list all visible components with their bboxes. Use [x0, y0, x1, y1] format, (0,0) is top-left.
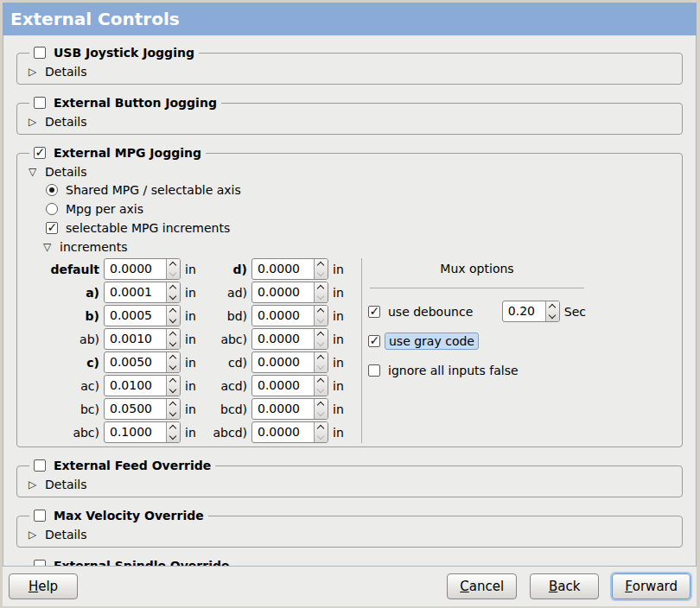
spin-buttons[interactable]: [166, 376, 180, 396]
increments-expander[interactable]: ▽ increments: [41, 238, 674, 256]
increment-spinbox[interactable]: 0.0500: [104, 398, 181, 420]
help-button[interactable]: Help: [9, 573, 78, 599]
increment-spinbox[interactable]: 0.0000: [251, 328, 328, 350]
spin-up-icon[interactable]: [315, 282, 328, 293]
back-button[interactable]: Back: [530, 573, 599, 599]
unit-label: in: [333, 263, 347, 276]
increments-label: increments: [60, 240, 127, 254]
maxvel-details-expander[interactable]: ▷ Details: [27, 525, 674, 543]
section-title: External Button Jogging: [54, 96, 217, 110]
spin-down-icon[interactable]: [315, 363, 328, 373]
increment-spinbox[interactable]: 0.0001: [104, 282, 181, 303]
cancel-button[interactable]: Cancel: [447, 573, 517, 599]
increment-spinbox[interactable]: 0.1000: [104, 421, 181, 443]
spin-down-icon[interactable]: [315, 316, 328, 326]
increment-spinbox[interactable]: 0.0100: [104, 375, 181, 396]
increment-spinbox[interactable]: 0.0000: [251, 352, 328, 373]
spin-up-icon[interactable]: [315, 422, 328, 433]
spin-buttons[interactable]: [166, 352, 180, 372]
spin-buttons[interactable]: [166, 282, 180, 302]
details-label: Details: [45, 115, 87, 129]
spin-down-icon[interactable]: [167, 363, 180, 373]
spin-up-icon[interactable]: [546, 301, 559, 312]
spin-up-icon[interactable]: [315, 329, 328, 339]
mpg-details-expander[interactable]: ▽ Details: [27, 162, 674, 180]
spindle-override-checkbox[interactable]: [34, 560, 46, 567]
spin-up-icon[interactable]: [167, 422, 180, 433]
spin-down-icon[interactable]: [315, 433, 328, 443]
spin-up-icon[interactable]: [167, 259, 180, 269]
increment-spinbox[interactable]: 0.0000: [251, 421, 328, 443]
external-mpg-checkbox[interactable]: [34, 147, 46, 159]
spin-down-icon[interactable]: [315, 269, 328, 280]
radio-button-selected[interactable]: [46, 184, 58, 196]
spin-down-icon[interactable]: [546, 312, 559, 322]
feed-override-checkbox[interactable]: [34, 459, 46, 472]
spin-buttons[interactable]: [166, 259, 180, 279]
spin-up-icon[interactable]: [167, 399, 180, 409]
spin-up-icon[interactable]: [315, 306, 328, 316]
spin-up-icon[interactable]: [167, 282, 180, 293]
spin-buttons[interactable]: [166, 329, 180, 349]
spin-buttons[interactable]: [314, 352, 328, 372]
spin-up-icon[interactable]: [167, 329, 180, 339]
increment-spinbox[interactable]: 0.0005: [104, 305, 181, 326]
spin-down-icon[interactable]: [315, 339, 328, 350]
usb-details-expander[interactable]: ▷ Details: [27, 62, 674, 80]
spin-down-icon[interactable]: [167, 269, 180, 280]
use-gray-code-checkbox[interactable]: [368, 335, 380, 347]
button-details-expander[interactable]: ▷ Details: [27, 112, 674, 130]
section-title: External Feed Override: [54, 459, 211, 472]
checkbox-label-focused[interactable]: use gray code: [385, 332, 479, 350]
spin-up-icon[interactable]: [315, 399, 328, 409]
increment-spinbox[interactable]: 0.0000: [104, 258, 181, 280]
radio-mpg-per-axis[interactable]: Mpg per axis: [46, 200, 674, 218]
increment-spinbox[interactable]: 0.0000: [251, 258, 328, 280]
spin-buttons[interactable]: [545, 301, 559, 321]
spin-buttons[interactable]: [166, 306, 180, 326]
spin-buttons[interactable]: [314, 329, 328, 349]
use-debounce-checkbox[interactable]: [368, 306, 380, 318]
ignore-inputs-checkbox[interactable]: [368, 364, 380, 377]
spin-buttons[interactable]: [314, 376, 328, 396]
spin-down-icon[interactable]: [167, 409, 180, 420]
spin-up-icon[interactable]: [315, 376, 328, 386]
external-button-checkbox[interactable]: [34, 97, 46, 109]
spin-up-icon[interactable]: [167, 376, 180, 386]
radio-shared-mpg[interactable]: Shared MPG / selectable axis: [46, 180, 674, 200]
spin-up-icon[interactable]: [315, 259, 328, 269]
spin-down-icon[interactable]: [167, 386, 180, 396]
forward-button[interactable]: Forward: [612, 573, 690, 599]
spin-buttons[interactable]: [314, 399, 328, 419]
spin-buttons[interactable]: [314, 422, 328, 442]
increment-spinbox[interactable]: 0.0000: [251, 398, 328, 420]
max-velocity-checkbox[interactable]: [34, 510, 46, 522]
spin-down-icon[interactable]: [315, 409, 328, 420]
debounce-spinbox[interactable]: 0.20: [502, 301, 560, 322]
spin-buttons[interactable]: [166, 399, 180, 419]
spin-down-icon[interactable]: [167, 339, 180, 350]
spin-buttons[interactable]: [314, 306, 328, 326]
increment-spinbox[interactable]: 0.0000: [251, 282, 328, 303]
spin-down-icon[interactable]: [315, 293, 328, 303]
radio-button[interactable]: [46, 203, 58, 215]
spin-buttons[interactable]: [314, 282, 328, 302]
spin-down-icon[interactable]: [167, 293, 180, 303]
spin-down-icon[interactable]: [167, 433, 180, 443]
spin-buttons[interactable]: [314, 259, 328, 279]
usb-joystick-checkbox[interactable]: [34, 47, 46, 59]
spin-up-icon[interactable]: [167, 352, 180, 363]
spin-down-icon[interactable]: [167, 316, 180, 326]
increment-spinbox[interactable]: 0.0050: [104, 352, 181, 373]
spin-up-icon[interactable]: [315, 352, 328, 363]
spin-up-icon[interactable]: [167, 306, 180, 316]
feed-details-expander[interactable]: ▷ Details: [27, 475, 674, 493]
button-label: ack: [557, 579, 580, 594]
spin-buttons[interactable]: [166, 422, 180, 442]
increment-spinbox[interactable]: 0.0010: [104, 328, 181, 350]
increment-spinbox[interactable]: 0.0000: [251, 305, 328, 326]
spin-down-icon[interactable]: [315, 386, 328, 396]
selectable-increments-row[interactable]: selectable MPG increments: [46, 218, 674, 238]
selectable-increments-checkbox[interactable]: [46, 222, 58, 234]
increment-spinbox[interactable]: 0.0000: [251, 375, 328, 396]
